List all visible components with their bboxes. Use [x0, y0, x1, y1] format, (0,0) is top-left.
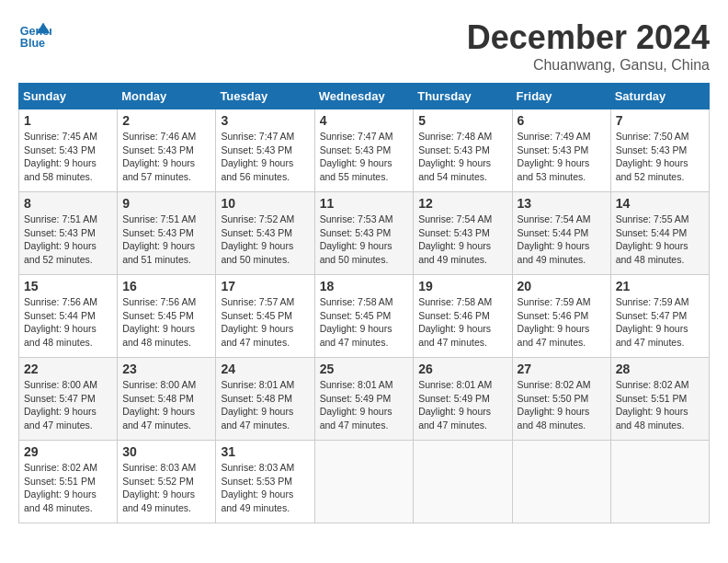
day-cell-9: 9 Sunrise: 7:51 AMSunset: 5:43 PMDayligh…: [118, 192, 216, 275]
empty-cell: [314, 441, 414, 523]
day-cell-19: 19 Sunrise: 7:58 AMSunset: 5:46 PMDaylig…: [414, 275, 512, 358]
day-info: Sunrise: 7:47 AMSunset: 5:43 PMDaylight:…: [320, 130, 409, 184]
day-number: 22: [24, 362, 112, 376]
logo-icon: General Blue: [18, 18, 51, 52]
empty-cell: [414, 441, 512, 523]
day-number: 29: [24, 444, 112, 459]
day-info: Sunrise: 7:56 AMSunset: 5:44 PMDaylight:…: [24, 295, 112, 350]
day-number: 10: [221, 196, 309, 211]
day-number: 20: [518, 279, 606, 293]
day-cell-14: 14 Sunrise: 7:55 AMSunset: 5:44 PMDaylig…: [610, 192, 709, 275]
day-cell-4: 4 Sunrise: 7:47 AMSunset: 5:43 PMDayligh…: [314, 109, 414, 192]
day-info: Sunrise: 7:45 AMSunset: 5:43 PMDaylight:…: [24, 130, 112, 184]
day-number: 21: [616, 279, 704, 293]
day-info: Sunrise: 8:01 AMSunset: 5:48 PMDaylight:…: [221, 378, 309, 432]
day-info: Sunrise: 7:56 AMSunset: 5:45 PMDaylight:…: [122, 295, 210, 350]
day-info: Sunrise: 7:49 AMSunset: 5:43 PMDaylight:…: [518, 130, 606, 184]
day-cell-21: 21 Sunrise: 7:59 AMSunset: 5:47 PMDaylig…: [610, 275, 709, 358]
day-info: Sunrise: 8:02 AMSunset: 5:51 PMDaylight:…: [616, 378, 704, 432]
day-number: 11: [320, 196, 409, 211]
day-number: 14: [616, 196, 704, 211]
day-number: 4: [320, 113, 409, 128]
day-cell-31: 31 Sunrise: 8:03 AMSunset: 5:53 PMDaylig…: [216, 441, 314, 523]
day-info: Sunrise: 7:59 AMSunset: 5:47 PMDaylight:…: [616, 295, 704, 350]
col-saturday: Saturday: [610, 84, 709, 109]
day-cell-24: 24 Sunrise: 8:01 AMSunset: 5:48 PMDaylig…: [216, 358, 314, 441]
day-number: 18: [320, 279, 409, 293]
day-info: Sunrise: 7:51 AMSunset: 5:43 PMDaylight:…: [24, 213, 112, 267]
day-info: Sunrise: 7:54 AMSunset: 5:44 PMDaylight:…: [518, 213, 606, 267]
day-cell-8: 8 Sunrise: 7:51 AMSunset: 5:43 PMDayligh…: [19, 192, 118, 275]
day-cell-1: 1 Sunrise: 7:45 AMSunset: 5:43 PMDayligh…: [19, 109, 118, 192]
day-cell-10: 10 Sunrise: 7:52 AMSunset: 5:43 PMDaylig…: [216, 192, 314, 275]
day-info: Sunrise: 7:51 AMSunset: 5:43 PMDaylight:…: [122, 213, 210, 267]
day-number: 25: [320, 362, 409, 376]
day-number: 5: [418, 113, 506, 128]
day-info: Sunrise: 8:02 AMSunset: 5:51 PMDaylight:…: [24, 461, 112, 515]
day-number: 24: [221, 362, 309, 376]
day-info: Sunrise: 8:00 AMSunset: 5:48 PMDaylight:…: [122, 378, 210, 432]
day-cell-26: 26 Sunrise: 8:01 AMSunset: 5:49 PMDaylig…: [414, 358, 512, 441]
day-info: Sunrise: 7:46 AMSunset: 5:43 PMDaylight:…: [122, 130, 210, 184]
day-number: 7: [616, 113, 704, 128]
day-info: Sunrise: 7:48 AMSunset: 5:43 PMDaylight:…: [418, 130, 506, 184]
day-number: 13: [518, 196, 606, 211]
day-number: 19: [418, 279, 506, 293]
month-title: December 2024: [467, 18, 710, 57]
day-cell-5: 5 Sunrise: 7:48 AMSunset: 5:43 PMDayligh…: [414, 109, 512, 192]
day-number: 1: [24, 113, 112, 128]
day-info: Sunrise: 8:01 AMSunset: 5:49 PMDaylight:…: [320, 378, 409, 432]
day-info: Sunrise: 8:00 AMSunset: 5:47 PMDaylight:…: [24, 378, 112, 432]
day-cell-2: 2 Sunrise: 7:46 AMSunset: 5:43 PMDayligh…: [118, 109, 216, 192]
day-cell-20: 20 Sunrise: 7:59 AMSunset: 5:46 PMDaylig…: [512, 275, 610, 358]
page-header: General Blue December 2024 Chuanwang, Ga…: [18, 18, 710, 74]
day-info: Sunrise: 7:57 AMSunset: 5:45 PMDaylight:…: [221, 295, 309, 350]
day-info: Sunrise: 8:02 AMSunset: 5:50 PMDaylight:…: [518, 378, 606, 432]
day-info: Sunrise: 7:50 AMSunset: 5:43 PMDaylight:…: [616, 130, 704, 184]
day-cell-7: 7 Sunrise: 7:50 AMSunset: 5:43 PMDayligh…: [610, 109, 709, 192]
calendar-table: Sunday Monday Tuesday Wednesday Thursday…: [18, 83, 710, 523]
day-cell-18: 18 Sunrise: 7:58 AMSunset: 5:45 PMDaylig…: [314, 275, 414, 358]
day-cell-6: 6 Sunrise: 7:49 AMSunset: 5:43 PMDayligh…: [512, 109, 610, 192]
day-number: 15: [24, 279, 112, 293]
title-area: December 2024 Chuanwang, Gansu, China: [467, 18, 710, 74]
day-info: Sunrise: 7:54 AMSunset: 5:43 PMDaylight:…: [418, 213, 506, 267]
day-number: 16: [122, 279, 210, 293]
day-cell-15: 15 Sunrise: 7:56 AMSunset: 5:44 PMDaylig…: [19, 275, 118, 358]
day-cell-30: 30 Sunrise: 8:03 AMSunset: 5:52 PMDaylig…: [118, 441, 216, 523]
day-number: 2: [122, 113, 210, 128]
day-info: Sunrise: 8:03 AMSunset: 5:53 PMDaylight:…: [221, 461, 309, 515]
day-number: 30: [122, 444, 210, 459]
day-number: 12: [418, 196, 506, 211]
day-number: 26: [418, 362, 506, 376]
day-cell-25: 25 Sunrise: 8:01 AMSunset: 5:49 PMDaylig…: [314, 358, 414, 441]
day-number: 28: [616, 362, 704, 376]
day-info: Sunrise: 7:52 AMSunset: 5:43 PMDaylight:…: [221, 213, 309, 267]
location-title: Chuanwang, Gansu, China: [467, 57, 710, 74]
svg-text:Blue: Blue: [20, 37, 45, 50]
col-sunday: Sunday: [19, 84, 118, 109]
col-tuesday: Tuesday: [216, 84, 314, 109]
day-cell-3: 3 Sunrise: 7:47 AMSunset: 5:43 PMDayligh…: [216, 109, 314, 192]
day-number: 23: [122, 362, 210, 376]
col-wednesday: Wednesday: [314, 84, 414, 109]
day-cell-27: 27 Sunrise: 8:02 AMSunset: 5:50 PMDaylig…: [512, 358, 610, 441]
col-friday: Friday: [512, 84, 610, 109]
day-info: Sunrise: 7:59 AMSunset: 5:46 PMDaylight:…: [518, 295, 606, 350]
day-info: Sunrise: 7:58 AMSunset: 5:46 PMDaylight:…: [418, 295, 506, 350]
day-cell-16: 16 Sunrise: 7:56 AMSunset: 5:45 PMDaylig…: [118, 275, 216, 358]
day-cell-17: 17 Sunrise: 7:57 AMSunset: 5:45 PMDaylig…: [216, 275, 314, 358]
day-number: 8: [24, 196, 112, 211]
day-cell-12: 12 Sunrise: 7:54 AMSunset: 5:43 PMDaylig…: [414, 192, 512, 275]
day-number: 6: [518, 113, 606, 128]
col-thursday: Thursday: [414, 84, 512, 109]
day-number: 27: [518, 362, 606, 376]
day-number: 9: [122, 196, 210, 211]
day-info: Sunrise: 7:58 AMSunset: 5:45 PMDaylight:…: [320, 295, 409, 350]
day-number: 17: [221, 279, 309, 293]
day-info: Sunrise: 8:01 AMSunset: 5:49 PMDaylight:…: [418, 378, 506, 432]
empty-cell: [512, 441, 610, 523]
day-number: 3: [221, 113, 309, 128]
day-info: Sunrise: 7:53 AMSunset: 5:43 PMDaylight:…: [320, 213, 409, 267]
empty-cell: [610, 441, 709, 523]
